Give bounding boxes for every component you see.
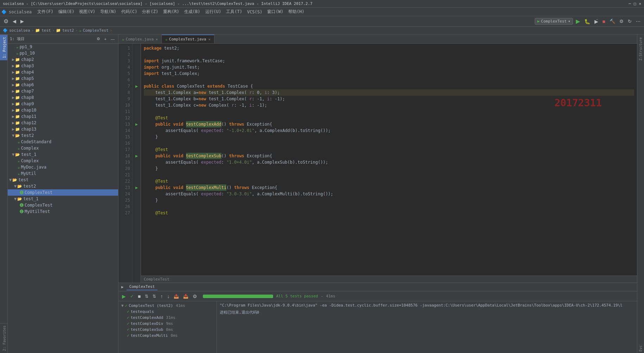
tree-chap3[interactable]: ▶ 📁 chap3: [8, 63, 118, 69]
toolbar-left-icon[interactable]: ◀: [11, 18, 18, 25]
run-import-btn[interactable]: 📥: [182, 293, 190, 300]
menu-code[interactable]: 代码(C): [119, 8, 140, 15]
chevron-right-icon: ▶: [12, 108, 14, 113]
debug-button[interactable]: 🐛: [583, 18, 592, 25]
run-restart-btn[interactable]: ▶: [121, 293, 127, 300]
toolbar-more-icon[interactable]: ⋯: [635, 18, 642, 25]
menu-build[interactable]: 生成(B): [182, 8, 202, 15]
tree-complex-test1[interactable]: ☕ Complex: [8, 158, 118, 164]
expand-button[interactable]: +: [103, 36, 108, 42]
tree-mydoc[interactable]: ☕ MyDoc.java: [8, 164, 118, 170]
run-gutter-line7[interactable]: ▶: [133, 83, 141, 89]
menu-view[interactable]: 视图(V): [77, 8, 97, 15]
edge-tab-structure[interactable]: Z-Structure: [638, 36, 643, 62]
tree-chap13[interactable]: ▶ 📁 chap13: [8, 126, 118, 132]
run-export-btn[interactable]: 📤: [172, 293, 180, 300]
menu-run[interactable]: 运行(U): [203, 8, 224, 15]
run-button[interactable]: ▶: [574, 17, 581, 25]
toolbar-gear-icon[interactable]: ⚙: [618, 18, 625, 25]
menu-tools[interactable]: 工具(T): [224, 8, 244, 15]
run-down-btn[interactable]: ↓: [166, 293, 171, 300]
tree-myutil[interactable]: ☕ MyUtil: [8, 170, 118, 177]
sync-button[interactable]: ⚙: [95, 36, 102, 42]
run-gutter-line23[interactable]: ▶: [133, 184, 141, 191]
menu-edit[interactable]: 编辑(E): [56, 8, 77, 15]
code-editor[interactable]: 1 2 3 4 5 6 7 8 9 10 11 12 13 14 15 16 1…: [118, 44, 637, 283]
line-num-4: 4: [121, 64, 130, 70]
breadcrumb-socialsea[interactable]: socialsea: [9, 28, 30, 33]
chevron-right-icon: ▶: [12, 76, 14, 81]
run-settings-btn[interactable]: ⚙: [191, 293, 199, 300]
tree-chap10[interactable]: ▶ 📁 chap10: [8, 107, 118, 113]
maximize-btn[interactable]: □: [634, 1, 636, 6]
folder-icon: 📁: [15, 83, 20, 87]
tab-close-icon[interactable]: ✕: [156, 37, 158, 41]
line-numbers-gutter: 1 2 3 4 5 6 7 8 9 10 11 12 13 14 15 16 1…: [118, 44, 133, 283]
menu-window[interactable]: 窗口(W): [265, 8, 285, 15]
menu-file[interactable]: 文件(F): [35, 8, 56, 15]
edge-tab-project[interactable]: 1: Project: [0, 34, 7, 60]
menu-vcs[interactable]: VCS(S): [245, 9, 264, 15]
tree-chap7[interactable]: ▶ 📁 chap7: [8, 88, 118, 94]
tree-chap5[interactable]: ▶ 📁 chap5: [8, 75, 118, 82]
toolbar-right-icon[interactable]: ▶: [19, 18, 25, 25]
coverage-button[interactable]: ▶̈: [593, 18, 600, 25]
menu-navigate[interactable]: 导航(N): [98, 8, 118, 15]
tree-test-test1[interactable]: ▼ 📂 test_1: [8, 196, 118, 202]
tree-chap4[interactable]: ▶ 📁 chap4: [8, 69, 118, 75]
collapse-button[interactable]: —: [109, 36, 116, 42]
tree-chap8[interactable]: ▶ 📁 chap8: [8, 94, 118, 101]
tree-item-label: MyUtil: [21, 171, 36, 176]
stop-button[interactable]: ■: [601, 18, 607, 25]
toolbar-settings-icon[interactable]: ⚙: [2, 17, 10, 25]
tree-myutiltest[interactable]: 🅒 MyUtilTest: [8, 208, 118, 215]
run-stop-btn[interactable]: ■: [136, 293, 142, 300]
tree-chap12[interactable]: ▶ 📁 chap12: [8, 120, 118, 126]
tree-complex-src[interactable]: ☕ Complex: [8, 145, 118, 151]
tree-chap11[interactable]: ▶ 📁 chap11: [8, 113, 118, 120]
run-gutter-line18[interactable]: ▶: [133, 153, 141, 159]
edge-tab-favorites[interactable]: 2: Favorites: [0, 323, 7, 353]
tree-test2-folder[interactable]: ▼ 📂 test2: [8, 132, 118, 139]
tree-pp1-9[interactable]: ☕ pp1_9: [8, 44, 118, 50]
run-tree-testequals[interactable]: ✓ testequals: [120, 309, 215, 315]
menu-help[interactable]: 帮助(H): [286, 8, 307, 15]
tree-test-test2[interactable]: ▼ 📂 test2: [8, 183, 118, 189]
tree-codestandard[interactable]: ☕ CodeStandard: [8, 139, 118, 145]
breadcrumb-test2[interactable]: test2: [62, 28, 74, 33]
close-btn[interactable]: ✕: [639, 1, 641, 6]
tree-chap9[interactable]: ▶ 📁 chap9: [8, 101, 118, 107]
run-tree-testcomplexdiv[interactable]: ✓ testComplexDiv 9ms: [120, 321, 215, 327]
tab-close-active-icon[interactable]: ✕: [208, 37, 211, 41]
menu-refactor[interactable]: 重构(R): [161, 8, 181, 15]
run-gutter-line13[interactable]: ▶: [133, 121, 141, 127]
run-tab[interactable]: ComplexTest: [127, 284, 158, 290]
line-num-21: 21: [121, 172, 130, 178]
tree-chap2[interactable]: ▶ 📁 chap2: [8, 56, 118, 63]
tree-complextest-2[interactable]: 🅒 ComplexTest: [8, 202, 118, 208]
run-up-btn[interactable]: ↑: [159, 293, 164, 300]
tree-complextest-selected[interactable]: 🅒 ComplexTest: [8, 189, 118, 196]
tree-test-root[interactable]: ▼ 📂 test: [8, 177, 118, 183]
menu-analyze[interactable]: 分析(Z): [140, 8, 160, 15]
run-config-selector[interactable]: ▶ ComplexTest ▾: [535, 18, 573, 25]
edge-tab-evc[interactable]: Evc: [638, 344, 643, 353]
tab-complextest-java[interactable]: ☕ ComplexTest.java ✕: [162, 34, 214, 43]
run-tree-testcomplexmulti[interactable]: ✓ testComplexMulti 0ms: [120, 333, 215, 339]
run-sort-btn[interactable]: ⇅: [143, 293, 150, 300]
run-config-dropdown-icon[interactable]: ▾: [568, 19, 571, 24]
tree-test1-folder[interactable]: ▼ 📂 test_1: [8, 151, 118, 158]
tree-pp1-10[interactable]: ☕ pp1_10: [8, 50, 118, 56]
toolbar-update-icon[interactable]: ↻: [626, 18, 633, 25]
run-sort2-btn[interactable]: ⇅: [151, 293, 157, 300]
run-tree-complextest[interactable]: ▼ ✓ ComplexTest (test2) 41ms: [120, 303, 215, 309]
tree-chap6[interactable]: ▶ 📁 chap6: [8, 82, 118, 88]
toolbar-build-icon[interactable]: 🔨: [608, 18, 617, 25]
breadcrumb-complextest[interactable]: ComplexTest: [83, 28, 109, 33]
code-content[interactable]: 20172311 package test2; import junit.fra…: [141, 44, 637, 283]
minimize-btn[interactable]: ─: [629, 1, 631, 6]
tab-complex-java[interactable]: ☕ Complex.java ✕: [118, 34, 162, 43]
run-tree-testcomplexsub[interactable]: ✓ testComplexSub 0ms: [120, 327, 215, 333]
run-tree-testcomplexadd[interactable]: ✓ testComplexAdd 31ms: [120, 315, 215, 321]
breadcrumb-test[interactable]: test: [41, 28, 51, 33]
